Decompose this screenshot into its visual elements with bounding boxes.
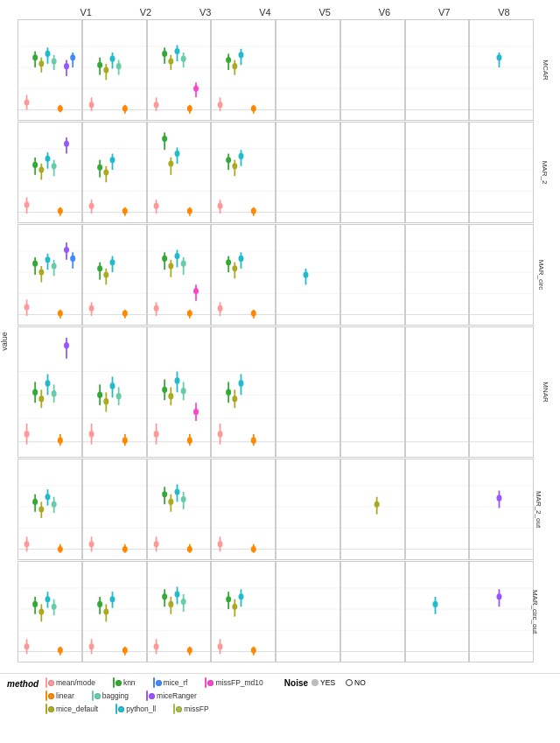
svg-point-263	[64, 342, 69, 348]
svg-point-431	[153, 643, 158, 649]
col-header-v2: V2	[116, 7, 175, 19]
svg-point-227	[251, 310, 256, 316]
svg-point-45	[168, 58, 173, 64]
method-label: method	[7, 677, 40, 689]
col-header-v4: V4	[235, 7, 295, 19]
main-container: V1 V2 V3 V4 V5 V6 V7 V8 value	[0, 0, 560, 743]
svg-point-407	[45, 596, 50, 602]
row-label-mar2: MAR_2	[541, 160, 549, 184]
legend-label-bagging: bagging	[102, 691, 129, 700]
svg-point-311	[251, 437, 256, 443]
cell-mcar-v8	[469, 19, 534, 121]
svg-point-287	[162, 386, 167, 392]
svg-point-171	[38, 269, 44, 275]
svg-point-93	[32, 162, 38, 168]
svg-point-139	[226, 157, 231, 163]
legend-area: method mean/mode	[0, 673, 560, 743]
svg-point-193	[103, 271, 108, 277]
row-label-mcar: MCAR	[542, 60, 550, 81]
cell-mnar-v4	[211, 326, 276, 459]
svg-point-309	[239, 380, 244, 386]
svg-point-361	[168, 499, 173, 505]
svg-point-221	[226, 259, 231, 265]
cell-mnar-v8	[469, 326, 534, 459]
svg-point-363	[174, 489, 179, 495]
rows-and-yaxis: value	[7, 19, 534, 662]
col-header-v6: V6	[354, 7, 414, 19]
cell-mar2-v1	[18, 122, 82, 223]
svg-point-359	[162, 492, 167, 498]
legend-item-meanmode: mean/mode	[46, 677, 95, 688]
legend-label-missfpmd10: missFP_md10	[215, 678, 262, 687]
cell-mar2out-v5	[276, 459, 340, 560]
mcar-cells	[18, 19, 534, 121]
svg-point-25	[88, 102, 94, 108]
svg-point-11	[45, 51, 50, 57]
svg-point-367	[186, 546, 192, 552]
col-header-v5: V5	[295, 7, 354, 19]
svg-point-5	[24, 99, 30, 105]
svg-point-209	[180, 260, 186, 266]
svg-point-99	[52, 163, 57, 169]
chart-row-mar2out: MAR_2_out	[18, 459, 534, 560]
cell-mnar-v1	[18, 326, 82, 459]
svg-point-177	[58, 310, 63, 316]
cell-mar2-v4	[211, 122, 276, 223]
cell-marcirc-v4	[211, 224, 276, 326]
svg-point-441	[186, 648, 192, 654]
noise-yes-label: YES	[320, 678, 335, 687]
legend-label-micedefault: mice_default	[56, 704, 98, 713]
cell-mcar-v1	[18, 19, 82, 121]
svg-point-141	[233, 163, 238, 169]
svg-point-291	[174, 377, 179, 383]
svg-point-455	[251, 648, 256, 654]
svg-point-269	[88, 431, 94, 437]
svg-point-95	[38, 166, 44, 172]
svg-point-85	[497, 54, 502, 60]
svg-point-365	[180, 496, 186, 502]
svg-point-167	[24, 304, 30, 310]
cell-marcirc-v1	[18, 224, 82, 326]
svg-point-437	[174, 592, 179, 598]
mar2out-cells	[18, 459, 534, 560]
svg-point-125	[162, 136, 167, 142]
svg-point-401	[24, 643, 30, 649]
cell-mar2out-v3	[147, 459, 212, 560]
mnar-cells	[18, 326, 534, 459]
svg-point-43	[162, 51, 167, 57]
svg-point-127	[168, 160, 173, 166]
svg-point-91	[24, 201, 30, 207]
svg-point-213	[193, 288, 199, 294]
svg-point-233	[303, 271, 308, 277]
legend-item-missfp: missFP	[173, 704, 208, 714]
cell-marcirc-v6	[340, 224, 405, 326]
noise-item-no: NO	[346, 678, 366, 687]
col-header-v1: V1	[56, 7, 116, 19]
svg-point-339	[45, 494, 50, 500]
svg-point-179	[64, 247, 69, 253]
svg-point-279	[122, 437, 128, 443]
cell-mar2-v8	[469, 122, 534, 223]
chart-row-marcirc: MAR_circ	[18, 224, 534, 326]
row-label-marcircout: MAR_circ_out	[530, 590, 538, 634]
marcirc-cells	[18, 224, 534, 326]
noise-no-label: NO	[354, 678, 366, 687]
marcircout-cells	[18, 561, 534, 662]
svg-point-115	[109, 157, 115, 163]
cell-mar2-v7	[405, 122, 470, 223]
svg-point-385	[374, 501, 379, 508]
svg-point-189	[122, 310, 128, 316]
chart-row-mar2: MAR_2	[18, 122, 534, 223]
legend-item-micer: miceRanger	[146, 690, 197, 701]
svg-point-51	[186, 106, 192, 112]
svg-point-333	[24, 542, 30, 548]
cell-mar2-v5	[276, 122, 340, 223]
svg-point-305	[226, 389, 231, 395]
cell-mar2out-v6	[340, 459, 405, 560]
svg-point-63	[233, 63, 238, 69]
legend-item-micerf: mice_rf	[153, 677, 188, 688]
svg-point-13	[52, 58, 57, 64]
col-header-v7: V7	[415, 7, 474, 19]
cell-marcirc-v5	[276, 224, 340, 326]
svg-point-435	[168, 601, 173, 607]
